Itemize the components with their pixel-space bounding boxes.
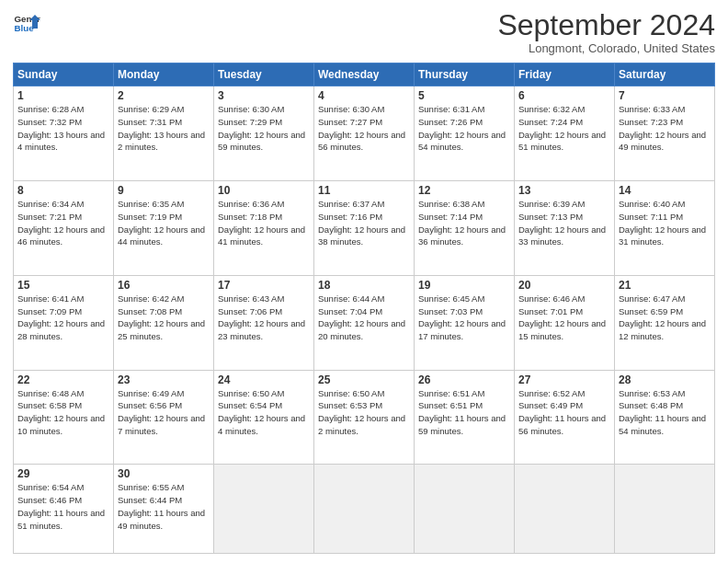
day-number: 15	[17, 279, 109, 292]
sunrise-label: Sunrise: 6:34 AM	[17, 199, 84, 209]
day-info: Sunrise: 6:37 AM Sunset: 7:16 PM Dayligh…	[318, 198, 410, 248]
sunset-label: Sunset: 7:16 PM	[318, 212, 382, 222]
sunset-label: Sunset: 6:44 PM	[118, 495, 182, 505]
sunset-label: Sunset: 7:18 PM	[218, 212, 282, 222]
table-row: 13 Sunrise: 6:39 AM Sunset: 7:13 PM Dayl…	[515, 180, 615, 275]
title-area: September 2024 Longmont, Colorado, Unite…	[497, 9, 715, 55]
day-number: 13	[518, 184, 610, 197]
sunset-label: Sunset: 7:09 PM	[17, 306, 82, 316]
daylight-label: Daylight: 12 hours and 10 minutes.	[17, 413, 105, 436]
daylight-label: Daylight: 12 hours and 56 minutes.	[318, 130, 405, 153]
day-number: 17	[218, 279, 310, 292]
day-info: Sunrise: 6:49 AM Sunset: 6:56 PM Dayligh…	[118, 387, 210, 438]
sunset-label: Sunset: 7:11 PM	[619, 212, 683, 222]
day-info: Sunrise: 6:44 AM Sunset: 7:04 PM Dayligh…	[318, 293, 410, 343]
daylight-label: Daylight: 12 hours and 51 minutes.	[518, 130, 606, 153]
day-info: Sunrise: 6:33 AM Sunset: 7:23 PM Dayligh…	[619, 103, 711, 154]
day-info: Sunrise: 6:29 AM Sunset: 7:31 PM Dayligh…	[118, 103, 210, 154]
day-info: Sunrise: 6:31 AM Sunset: 7:26 PM Dayligh…	[418, 103, 510, 154]
sunrise-label: Sunrise: 6:40 AM	[619, 199, 685, 209]
sunset-label: Sunset: 7:29 PM	[218, 117, 282, 127]
daylight-label: Daylight: 11 hours and 49 minutes.	[118, 508, 205, 531]
day-number: 25	[318, 373, 410, 386]
day-info: Sunrise: 6:52 AM Sunset: 6:49 PM Dayligh…	[518, 387, 610, 438]
sunrise-label: Sunrise: 6:42 AM	[118, 293, 184, 304]
day-info: Sunrise: 6:41 AM Sunset: 7:09 PM Dayligh…	[17, 293, 109, 343]
sunrise-label: Sunrise: 6:32 AM	[518, 104, 585, 114]
sunrise-label: Sunrise: 6:49 AM	[118, 388, 184, 398]
sunrise-label: Sunrise: 6:47 AM	[619, 293, 685, 304]
daylight-label: Daylight: 12 hours and 36 minutes.	[418, 224, 506, 247]
daylight-label: Daylight: 12 hours and 41 minutes.	[218, 224, 305, 247]
table-row: 9 Sunrise: 6:35 AM Sunset: 7:19 PM Dayli…	[114, 180, 214, 275]
day-info: Sunrise: 6:53 AM Sunset: 6:48 PM Dayligh…	[619, 387, 711, 438]
col-thursday: Thursday	[415, 63, 515, 86]
logo-icon: General Blue	[13, 9, 40, 37]
table-row: 10 Sunrise: 6:36 AM Sunset: 7:18 PM Dayl…	[214, 180, 314, 275]
day-number: 22	[17, 373, 109, 386]
table-row: 26 Sunrise: 6:51 AM Sunset: 6:51 PM Dayl…	[415, 370, 515, 465]
table-row: 14 Sunrise: 6:40 AM Sunset: 7:11 PM Dayl…	[615, 180, 715, 275]
table-row	[314, 465, 415, 554]
table-row	[415, 465, 515, 554]
daylight-label: Daylight: 12 hours and 38 minutes.	[318, 224, 405, 247]
table-row: 20 Sunrise: 6:46 AM Sunset: 7:01 PM Dayl…	[515, 275, 615, 370]
table-row	[615, 465, 715, 554]
day-info: Sunrise: 6:42 AM Sunset: 7:08 PM Dayligh…	[118, 293, 210, 343]
col-friday: Friday	[515, 63, 615, 86]
table-row: 27 Sunrise: 6:52 AM Sunset: 6:49 PM Dayl…	[515, 370, 615, 465]
sunset-label: Sunset: 7:23 PM	[619, 117, 683, 127]
day-info: Sunrise: 6:46 AM Sunset: 7:01 PM Dayligh…	[518, 293, 610, 343]
sunrise-label: Sunrise: 6:39 AM	[518, 199, 585, 209]
day-info: Sunrise: 6:28 AM Sunset: 7:32 PM Dayligh…	[17, 103, 109, 154]
sunrise-label: Sunrise: 6:33 AM	[619, 104, 685, 114]
table-row	[515, 465, 615, 554]
table-row: 23 Sunrise: 6:49 AM Sunset: 6:56 PM Dayl…	[114, 370, 214, 465]
day-number: 16	[118, 279, 210, 292]
table-row: 15 Sunrise: 6:41 AM Sunset: 7:09 PM Dayl…	[14, 275, 114, 370]
daylight-label: Daylight: 12 hours and 15 minutes.	[518, 318, 606, 341]
sunrise-label: Sunrise: 6:48 AM	[17, 388, 84, 398]
sunset-label: Sunset: 6:54 PM	[218, 400, 282, 410]
sunrise-label: Sunrise: 6:46 AM	[518, 293, 585, 304]
table-row: 1 Sunrise: 6:28 AM Sunset: 7:32 PM Dayli…	[14, 86, 114, 181]
table-row: 6 Sunrise: 6:32 AM Sunset: 7:24 PM Dayli…	[515, 86, 615, 181]
table-row: 3 Sunrise: 6:30 AM Sunset: 7:29 PM Dayli…	[214, 86, 314, 181]
sunset-label: Sunset: 7:24 PM	[518, 117, 583, 127]
table-row: 21 Sunrise: 6:47 AM Sunset: 6:59 PM Dayl…	[615, 275, 715, 370]
day-info: Sunrise: 6:50 AM Sunset: 6:53 PM Dayligh…	[318, 387, 410, 438]
day-number: 21	[619, 279, 711, 292]
table-row: 17 Sunrise: 6:43 AM Sunset: 7:06 PM Dayl…	[214, 275, 314, 370]
sunset-label: Sunset: 6:51 PM	[418, 400, 483, 410]
logo: General Blue	[13, 9, 40, 37]
col-wednesday: Wednesday	[314, 63, 415, 86]
sunset-label: Sunset: 7:13 PM	[518, 212, 583, 222]
sunrise-label: Sunrise: 6:30 AM	[318, 104, 384, 114]
sunset-label: Sunset: 6:58 PM	[17, 400, 82, 410]
day-info: Sunrise: 6:50 AM Sunset: 6:54 PM Dayligh…	[218, 387, 310, 438]
daylight-label: Daylight: 12 hours and 33 minutes.	[518, 224, 606, 247]
daylight-label: Daylight: 12 hours and 49 minutes.	[619, 130, 706, 153]
day-number: 8	[17, 184, 109, 197]
day-number: 9	[118, 184, 210, 197]
day-number: 11	[318, 184, 410, 197]
sunrise-label: Sunrise: 6:55 AM	[118, 482, 184, 492]
sunrise-label: Sunrise: 6:51 AM	[418, 388, 484, 398]
table-row: 5 Sunrise: 6:31 AM Sunset: 7:26 PM Dayli…	[415, 86, 515, 181]
sunset-label: Sunset: 7:06 PM	[218, 306, 282, 316]
day-info: Sunrise: 6:36 AM Sunset: 7:18 PM Dayligh…	[218, 198, 310, 248]
day-info: Sunrise: 6:30 AM Sunset: 7:27 PM Dayligh…	[318, 103, 410, 154]
day-info: Sunrise: 6:40 AM Sunset: 7:11 PM Dayligh…	[619, 198, 711, 248]
daylight-label: Daylight: 12 hours and 25 minutes.	[118, 318, 205, 341]
table-row	[214, 465, 314, 554]
sunrise-label: Sunrise: 6:45 AM	[418, 293, 484, 304]
col-tuesday: Tuesday	[214, 63, 314, 86]
sunset-label: Sunset: 6:56 PM	[118, 400, 182, 410]
sunset-label: Sunset: 7:27 PM	[318, 117, 382, 127]
location: Longmont, Colorado, United States	[497, 41, 715, 55]
table-row: 7 Sunrise: 6:33 AM Sunset: 7:23 PM Dayli…	[615, 86, 715, 181]
daylight-label: Daylight: 13 hours and 2 minutes.	[118, 130, 205, 153]
sunset-label: Sunset: 6:59 PM	[619, 306, 683, 316]
day-number: 23	[118, 373, 210, 386]
day-number: 1	[17, 89, 109, 102]
